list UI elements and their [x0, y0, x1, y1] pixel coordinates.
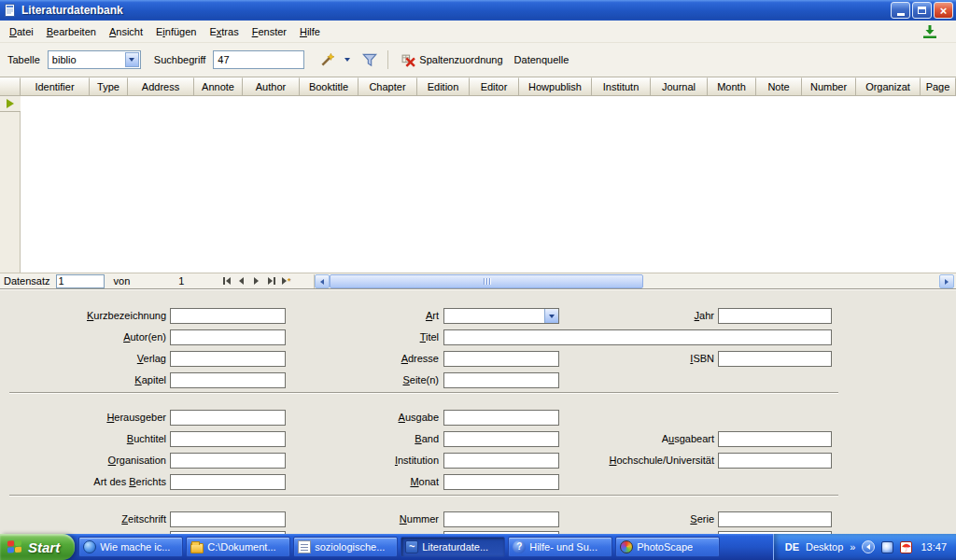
scroll-right-button[interactable] [939, 274, 954, 288]
record-last-button[interactable] [264, 274, 278, 288]
column-header-note[interactable]: Note [756, 77, 802, 96]
verlag-input[interactable] [170, 351, 286, 367]
task-literaturdatenbank[interactable]: ~ Literaturdate... [401, 537, 505, 557]
column-header-booktitle[interactable]: Booktitle [300, 77, 358, 96]
task-hilfe-support[interactable]: ? Hilfe- und Su... [508, 537, 612, 557]
scrollbar-thumb[interactable] [330, 274, 643, 288]
table-combobox-value: biblio [52, 54, 77, 65]
jahr-input[interactable] [718, 308, 832, 324]
help-icon: ? [513, 540, 526, 553]
grid-body[interactable] [0, 96, 956, 273]
hide-icons-icon [866, 544, 870, 550]
record-first-button[interactable] [219, 274, 233, 288]
column-header-chapter[interactable]: Chapter [358, 77, 417, 96]
menu-hilfe[interactable]: Hilfe [293, 22, 327, 41]
herausgeber-input[interactable] [170, 410, 286, 426]
magic-wand-icon [319, 51, 336, 68]
record-prev-button[interactable] [234, 274, 248, 288]
menu-extras[interactable]: Extras [203, 22, 245, 41]
nummer-input[interactable] [443, 511, 559, 527]
find-record-button[interactable] [316, 49, 340, 71]
art-combo-arrow-icon[interactable] [544, 309, 558, 323]
institution-input[interactable] [443, 453, 559, 469]
horizontal-scrollbar[interactable] [314, 274, 954, 288]
column-header-type[interactable]: Type [90, 77, 128, 96]
titel-input[interactable] [443, 329, 832, 345]
clock[interactable]: 13:47 [921, 541, 947, 553]
adresse-input[interactable] [443, 351, 559, 367]
menu-datei[interactable]: Datei [3, 22, 40, 41]
record-selector-column [0, 96, 21, 273]
windows-flag-icon [7, 539, 23, 554]
organisation-input[interactable] [170, 453, 286, 469]
serie-input[interactable] [718, 511, 832, 527]
column-header-howpublish[interactable]: Howpublish [519, 77, 592, 96]
language-indicator[interactable]: DE [785, 541, 799, 553]
column-header-month[interactable]: Month [708, 77, 756, 96]
menu-bearbeiten[interactable]: Bearbeiten [40, 22, 103, 41]
seiten-input[interactable] [443, 372, 559, 388]
task-soziologische[interactable]: soziologische... [293, 537, 398, 557]
isbn-input[interactable] [718, 351, 832, 367]
datasource-button[interactable]: Datenquelle [509, 49, 575, 71]
maximize-button[interactable] [912, 2, 932, 19]
kapitel-input[interactable] [170, 372, 286, 388]
column-header-page[interactable]: Page [921, 77, 956, 96]
task-wie-mache-ich[interactable]: Wie mache ic... [78, 537, 183, 557]
column-header-edition[interactable]: Edition [417, 77, 470, 96]
column-header-address[interactable]: Address [128, 77, 194, 96]
art-des-berichts-input[interactable] [170, 474, 286, 490]
record-number-input[interactable] [56, 274, 105, 288]
column-header-journal[interactable]: Journal [651, 77, 708, 96]
menu-fenster[interactable]: Fenster [246, 22, 293, 41]
monat-input[interactable] [443, 474, 559, 490]
desktop-toolbar[interactable]: Desktop [806, 541, 843, 553]
column-header-institutn[interactable]: Institutn [592, 77, 651, 96]
nummer-label: Nummer [285, 511, 439, 527]
art-combobox[interactable] [443, 308, 559, 324]
start-button[interactable]: Start [0, 534, 75, 560]
band-label: Band [285, 431, 439, 447]
antivirus-icon[interactable]: ☂ [900, 541, 912, 553]
close-button[interactable]: × [934, 2, 953, 19]
serie-label: Serie [560, 511, 714, 527]
desktop-chevron[interactable]: » [850, 541, 855, 553]
hochschule-input[interactable] [718, 453, 832, 469]
tray-app-icon[interactable] [881, 541, 893, 553]
table-combobox[interactable]: biblio [48, 50, 141, 69]
combo-arrow-icon[interactable] [125, 52, 139, 67]
ausgabe-input[interactable] [443, 410, 559, 426]
band-input[interactable] [443, 431, 559, 447]
minimize-button[interactable] [891, 2, 910, 19]
ausgabeart-input[interactable] [718, 431, 832, 447]
menu-ansicht[interactable]: Ansicht [103, 22, 149, 41]
scroll-left-button[interactable] [315, 274, 330, 288]
column-mapping-button[interactable]: Spaltenzuordnung [396, 49, 508, 71]
record-nav-buttons: * [219, 274, 293, 288]
column-header-organizat[interactable]: Organizat [856, 77, 921, 96]
kurzbezeichnung-input[interactable] [170, 308, 286, 324]
menu-einfuegen[interactable]: Einfügen [149, 22, 203, 41]
column-header-number[interactable]: Number [802, 77, 856, 96]
autofilter-button[interactable] [358, 49, 382, 71]
task-buttons: Wie mache ic... C:\Dokument... soziologi… [78, 537, 723, 557]
record-new-icon [282, 277, 287, 285]
update-arrow-icon[interactable] [922, 24, 937, 39]
hide-icons-button[interactable] [862, 540, 875, 553]
zeitschrift-input[interactable] [170, 511, 286, 527]
remove-filter-icon [401, 53, 415, 67]
find-dropdown-button[interactable] [342, 49, 352, 71]
autoren-input[interactable] [170, 329, 286, 345]
column-header-author[interactable]: Author [243, 77, 300, 96]
buchtitel-input[interactable] [170, 431, 286, 447]
window-icon[interactable] [3, 3, 18, 18]
search-input[interactable] [213, 50, 304, 69]
task-dokumente-folder[interactable]: C:\Dokument... [186, 537, 290, 557]
record-new-button[interactable]: * [279, 274, 293, 288]
task-photoscape[interactable]: PhotoScape [615, 537, 720, 557]
column-header-editor[interactable]: Editor [470, 77, 519, 96]
column-header-annote[interactable]: Annote [194, 77, 243, 96]
record-next-button[interactable] [249, 274, 263, 288]
column-header-identifier[interactable]: Identifier [21, 77, 90, 96]
organisation-label: Organisation [7, 453, 166, 469]
